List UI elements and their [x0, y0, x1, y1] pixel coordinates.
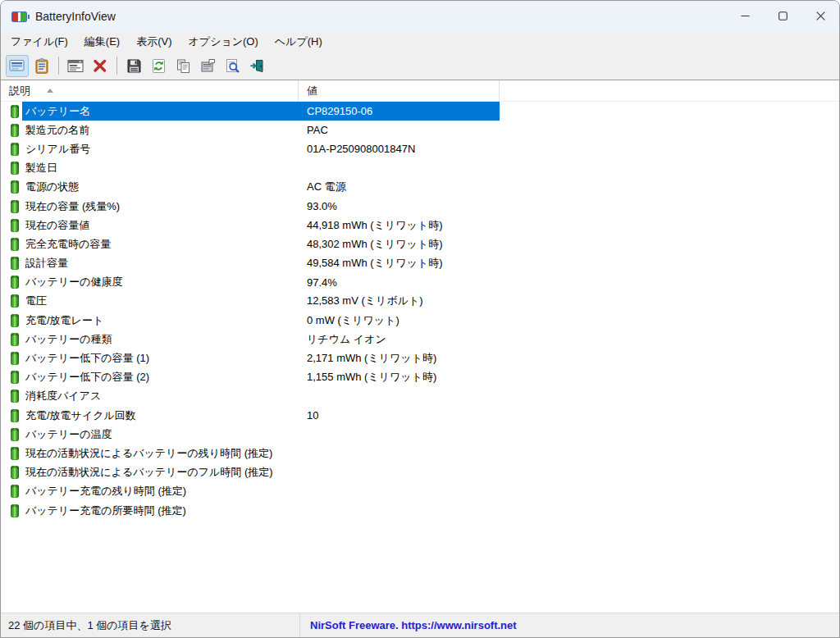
- row-icon-cell: [1, 466, 22, 479]
- row-main: バッテリーの温度: [22, 425, 500, 444]
- menu-item-options[interactable]: オプション(O): [180, 32, 267, 52]
- row-icon-cell: [1, 238, 22, 251]
- close-button[interactable]: [801, 1, 839, 32]
- exit-button[interactable]: [245, 55, 268, 77]
- row-description: バッテリー名: [22, 104, 299, 119]
- title-bar: BatteryInfoView: [1, 1, 839, 32]
- battery-icon: [11, 257, 19, 270]
- refresh-button[interactable]: [147, 55, 170, 77]
- row-icon-cell: [1, 485, 22, 498]
- battery-icon: [11, 447, 19, 460]
- list-item[interactable]: バッテリーの健康度97.4%: [1, 273, 839, 292]
- save-button[interactable]: [122, 55, 145, 77]
- properties-icon: [200, 58, 216, 73]
- battery-icon: [11, 409, 19, 422]
- list-item[interactable]: 製造日: [1, 159, 839, 178]
- row-main: バッテリー低下の容量 (2)1,155 mWh (ミリワット時): [22, 368, 500, 387]
- row-description: 完全充電時の容量: [22, 237, 299, 252]
- list-item[interactable]: バッテリー充電の残り時間 (推定): [1, 482, 839, 501]
- window-title: BatteryInfoView: [35, 10, 116, 23]
- column-header-description[interactable]: 説明: [1, 80, 299, 101]
- battery-icon: [11, 352, 19, 365]
- menu-item-file[interactable]: ファイル(F): [2, 32, 76, 52]
- row-main: 電源の状態AC 電源: [22, 178, 500, 197]
- row-icon-cell: [1, 257, 22, 270]
- find-button[interactable]: [221, 55, 244, 77]
- row-description: 電源の状態: [22, 180, 299, 194]
- status-bar: 22 個の項目中、1 個の項目を選択 NirSoft Freeware. htt…: [1, 613, 839, 637]
- row-description: シリアル番号: [22, 142, 299, 157]
- row-main: 完全充電時の容量48,302 mWh (ミリワット時): [22, 235, 500, 253]
- row-main: シリアル番号01A-P250908001847N: [22, 139, 500, 158]
- battery-icon: [11, 219, 19, 232]
- copy-button[interactable]: [171, 55, 194, 77]
- menu-item-view[interactable]: 表示(V): [128, 32, 180, 52]
- list-item[interactable]: 充電/放電サイクル回数10: [1, 406, 839, 425]
- list-item[interactable]: バッテリー充電の所要時間 (推定): [1, 501, 839, 520]
- battery-info-icon: [9, 58, 25, 73]
- row-description: バッテリーの健康度: [22, 275, 299, 289]
- row-description: 現在の活動状況によるバッテリーの残り時間 (推定): [22, 446, 299, 461]
- list-item[interactable]: バッテリー低下の容量 (1)2,171 mWh (ミリワット時): [1, 349, 839, 367]
- toolbar-separator: [116, 57, 117, 75]
- row-value: AC 電源: [299, 180, 500, 194]
- maximize-button[interactable]: [764, 1, 801, 32]
- row-main: 充電/放電レート0 mW (ミリワット): [22, 311, 500, 330]
- battery-log-view-button[interactable]: [30, 55, 53, 77]
- status-nirsoft-link[interactable]: NirSoft Freeware. https://www.nirsoft.ne…: [300, 613, 839, 637]
- refresh-icon: [151, 58, 167, 74]
- list-item[interactable]: 現在の容量 (残量%)93.0%: [1, 197, 839, 216]
- delete-button[interactable]: [89, 55, 112, 77]
- list-item[interactable]: 現在の容量値44,918 mWh (ミリワット時): [1, 216, 839, 235]
- menu-item-help[interactable]: ヘルプ(H): [267, 32, 331, 52]
- row-description: バッテリー低下の容量 (2): [22, 370, 299, 385]
- row-main: 製造日: [22, 159, 500, 178]
- battery-icon: [11, 180, 19, 194]
- row-main: バッテリー名CP829150-06: [22, 102, 500, 121]
- list-item[interactable]: 消耗度バイアス: [1, 387, 839, 406]
- row-icon-cell: [1, 352, 22, 365]
- list-item[interactable]: バッテリーの種類リチウム イオン: [1, 330, 839, 349]
- row-value: 93.0%: [299, 200, 500, 212]
- row-icon-cell: [1, 276, 22, 289]
- row-value: 10: [299, 409, 500, 422]
- list-item[interactable]: 完全充電時の容量48,302 mWh (ミリワット時): [1, 235, 839, 253]
- list-item[interactable]: 現在の活動状況によるバッテリーのフル時間 (推定): [1, 463, 839, 482]
- list-item[interactable]: 製造元の名前PAC: [1, 121, 839, 139]
- row-icon-cell: [1, 504, 22, 517]
- list-item[interactable]: バッテリー名CP829150-06: [1, 102, 839, 121]
- toolbar-separator: [58, 57, 59, 75]
- maximize-icon: [778, 11, 788, 23]
- menu-item-edit[interactable]: 編集(E): [76, 32, 128, 52]
- row-icon-cell: [1, 180, 22, 194]
- battery-info-view-button[interactable]: [6, 55, 29, 77]
- row-description: 充電/放電サイクル回数: [22, 408, 299, 423]
- row-description: バッテリー充電の残り時間 (推定): [22, 484, 299, 499]
- row-main: 充電/放電サイクル回数10: [22, 406, 500, 425]
- battery-icon: [11, 162, 19, 175]
- properties-button[interactable]: [196, 55, 219, 77]
- row-main: バッテリーの種類リチウム イオン: [22, 330, 500, 349]
- list-item[interactable]: 現在の活動状況によるバッテリーの残り時間 (推定): [1, 444, 839, 463]
- minimize-button[interactable]: [726, 1, 764, 32]
- red-x-icon: [93, 58, 107, 73]
- list-item[interactable]: 設計容量49,584 mWh (ミリワット時): [1, 254, 839, 273]
- list-item[interactable]: バッテリーの温度: [1, 425, 839, 444]
- row-description: 製造元の名前: [22, 123, 299, 138]
- properties-window-button[interactable]: [64, 55, 87, 77]
- toolbar: [1, 52, 839, 80]
- row-main: 現在の活動状況によるバッテリーの残り時間 (推定): [22, 444, 500, 463]
- row-main: 現在の活動状況によるバッテリーのフル時間 (推定): [22, 463, 500, 482]
- list-item[interactable]: 電圧12,583 mV (ミリボルト): [1, 292, 839, 311]
- list-rows: バッテリー名CP829150-06製造元の名前PACシリアル番号01A-P250…: [1, 102, 839, 613]
- list-item[interactable]: 充電/放電レート0 mW (ミリワット): [1, 311, 839, 330]
- column-header-value[interactable]: 値: [299, 80, 500, 101]
- row-main: バッテリー低下の容量 (1)2,171 mWh (ミリワット時): [22, 349, 500, 367]
- list-item[interactable]: シリアル番号01A-P250908001847N: [1, 139, 839, 158]
- properties-window-icon: [67, 59, 84, 73]
- row-description: 電圧: [22, 294, 299, 308]
- list-item[interactable]: バッテリー低下の容量 (2)1,155 mWh (ミリワット時): [1, 368, 839, 387]
- list-item[interactable]: 電源の状態AC 電源: [1, 178, 839, 197]
- row-value: 12,583 mV (ミリボルト): [299, 294, 500, 308]
- row-main: バッテリーの健康度97.4%: [22, 273, 500, 292]
